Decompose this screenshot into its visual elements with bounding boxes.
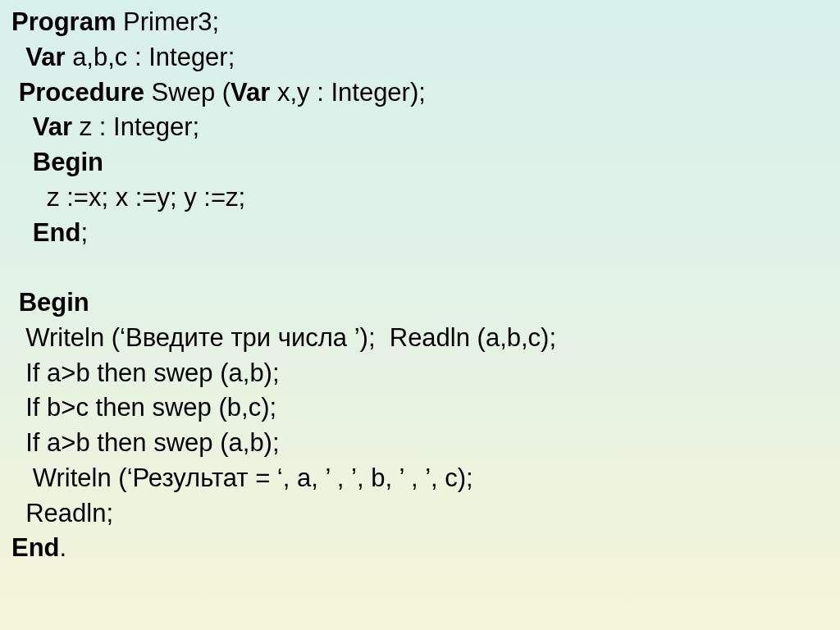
code-text: z : Integer; [72, 112, 199, 141]
code-block: Program Primer3; Var a,b,c : Integer; Pr… [11, 5, 832, 566]
keyword: Procedure [19, 78, 144, 107]
code-line: Var a,b,c : Integer; [11, 40, 832, 75]
code-line: Var z : Integer; [11, 110, 832, 145]
code-line: Program Primer3; [11, 5, 832, 40]
code-line: z :=x; x :=y; y :=z; [11, 180, 832, 216]
code-text: Writeln (‘Результат = ‘, a, ’ , ’, b, ’ … [33, 463, 473, 492]
code-text: Swep ( [144, 78, 231, 107]
code-text: z :=x; x :=y; y :=z; [47, 183, 245, 212]
code-line: End; [11, 216, 832, 251]
keyword: Begin [33, 148, 103, 176]
keyword: Program [11, 7, 116, 36]
code-text: . [60, 533, 67, 562]
keyword: Begin [19, 288, 89, 317]
code-line [11, 250, 832, 285]
code-line: Readln; [11, 496, 832, 532]
code-text: If b>c then swep (b,c); [25, 393, 276, 422]
keyword: Var [25, 43, 65, 71]
code-text: If a>b then swep (a,b); [25, 428, 279, 457]
code-text: a,b,c : Integer; [66, 43, 235, 71]
code-text: Writeln (‘Введите три числа ’); Readln (… [25, 323, 556, 352]
code-line: Begin [11, 285, 832, 321]
code-line: Writeln (‘Результат = ‘, a, ’ , ’, b, ’ … [11, 461, 832, 496]
code-line: If a>b then swep (a,b); [11, 356, 832, 391]
keyword: End [11, 533, 60, 562]
code-text: If a>b then swep (a,b); [25, 358, 279, 387]
code-line: Procedure Swep (Var x,y : Integer); [11, 75, 832, 111]
keyword: Var [231, 78, 270, 107]
code-text: ; [80, 218, 88, 247]
code-line: Begin [11, 145, 832, 180]
code-text [11, 253, 19, 281]
keyword: End [33, 218, 81, 247]
code-line: End. [11, 531, 832, 566]
code-text: Readln; [25, 499, 113, 527]
keyword: Var [33, 112, 72, 141]
code-text: Primer3; [116, 7, 219, 36]
code-line: Writeln (‘Введите три числа ’); Readln (… [11, 321, 832, 356]
code-text: x,y : Integer); [270, 78, 426, 107]
code-line: If b>c then swep (b,c); [11, 390, 832, 426]
code-line: If a>b then swep (a,b); [11, 426, 832, 461]
